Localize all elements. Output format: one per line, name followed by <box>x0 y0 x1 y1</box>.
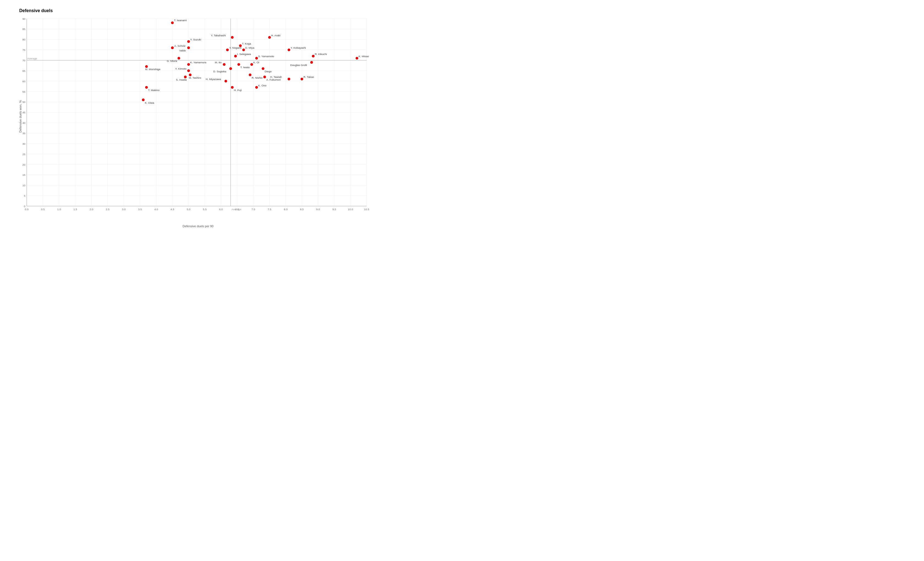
player-label: H. Miyazawa <box>206 78 221 81</box>
player-label: Y. Nogami <box>230 46 242 49</box>
svg-text:0.0: 0.0 <box>25 208 28 211</box>
data-point <box>255 57 258 60</box>
player-label: R. Nishio <box>252 76 262 79</box>
data-point <box>187 47 190 49</box>
data-point <box>142 98 145 101</box>
player-label: R. Kikuchi <box>315 53 327 56</box>
player-label: K. Yamamura <box>190 61 207 64</box>
data-point <box>187 63 190 66</box>
data-point <box>187 69 190 72</box>
player-label: T. Iwanami <box>174 19 187 22</box>
svg-text:1.5: 1.5 <box>74 208 77 211</box>
svg-text:Average: Average <box>231 208 242 211</box>
player-label: Diego <box>264 70 272 73</box>
data-point <box>310 61 313 64</box>
data-point <box>288 48 290 51</box>
data-point <box>262 68 264 70</box>
data-point <box>224 80 227 83</box>
data-point <box>356 57 358 60</box>
svg-text:Average: Average <box>27 57 37 60</box>
svg-text:10.5: 10.5 <box>364 208 369 211</box>
svg-text:10: 10 <box>22 184 25 187</box>
player-label: G. Miura <box>167 59 177 62</box>
data-point <box>171 47 174 49</box>
player-label: A. Scholz <box>174 44 186 47</box>
svg-text:25: 25 <box>22 153 25 156</box>
player-label: I. Sekigawa <box>237 53 251 56</box>
player-label: Douglas Grolli <box>290 63 307 66</box>
svg-text:9.5: 9.5 <box>333 208 336 211</box>
y-axis-label: Defensive duels won, % <box>19 100 22 132</box>
data-point <box>242 48 245 51</box>
player-label: H. Araki <box>271 34 280 37</box>
chart-container: Defensive duels Defensive duels won, % 0… <box>0 0 385 234</box>
svg-text:7.0: 7.0 <box>251 208 255 211</box>
player-label: Y. Kimoto <box>175 67 186 70</box>
scatter-plot: 0510152025303540455055606570758085900.00… <box>19 16 377 217</box>
player-label: R. Takao <box>304 75 314 78</box>
svg-text:20: 20 <box>22 163 25 166</box>
chart-area: Defensive duels won, % 05101520253035404… <box>19 16 377 217</box>
data-point <box>237 63 240 66</box>
data-point <box>312 55 315 57</box>
player-label: M. Ito <box>215 61 221 64</box>
player-label: Valdo <box>179 49 186 52</box>
svg-text:5.0: 5.0 <box>187 208 190 211</box>
data-point <box>231 86 234 89</box>
svg-text:50: 50 <box>22 101 25 104</box>
svg-text:8.0: 8.0 <box>284 208 288 211</box>
data-point <box>249 74 252 76</box>
data-point <box>184 76 187 78</box>
svg-text:2.5: 2.5 <box>106 208 110 211</box>
player-label: K. Oi <box>253 61 260 64</box>
svg-text:8.5: 8.5 <box>300 208 304 211</box>
data-point <box>178 57 180 60</box>
player-label: Y. Kobayashi <box>290 46 306 49</box>
svg-text:5: 5 <box>24 194 25 197</box>
svg-text:85: 85 <box>22 27 25 30</box>
player-label: T. Iwata <box>240 66 250 69</box>
svg-text:45: 45 <box>22 111 25 114</box>
data-point <box>145 86 148 89</box>
player-label: K. Ono <box>258 84 267 87</box>
data-point <box>250 63 253 66</box>
data-point <box>268 36 271 39</box>
svg-text:30: 30 <box>22 142 25 145</box>
player-label: K. Oiwa <box>145 101 154 104</box>
data-point <box>171 21 174 24</box>
data-point <box>223 63 225 66</box>
svg-text:65: 65 <box>22 69 25 72</box>
svg-text:6.0: 6.0 <box>219 208 223 211</box>
player-label: H. Tawiah <box>270 75 282 78</box>
svg-text:40: 40 <box>22 121 25 124</box>
player-label: M. Morishige <box>145 68 160 71</box>
player-label: S. Yamamoto <box>258 55 274 58</box>
data-point <box>301 78 303 80</box>
svg-text:75: 75 <box>22 48 25 51</box>
svg-text:5.5: 5.5 <box>203 208 207 211</box>
player-label: T. Makino <box>148 89 159 92</box>
svg-text:35: 35 <box>22 132 25 135</box>
player-label: D. Sugioka <box>213 70 226 73</box>
svg-text:55: 55 <box>22 90 25 93</box>
svg-text:1.0: 1.0 <box>57 208 61 211</box>
data-point <box>231 36 234 39</box>
data-point <box>187 40 190 43</box>
svg-text:7.5: 7.5 <box>268 208 272 211</box>
player-label: H. Fuji <box>234 89 242 92</box>
player-label: D. Miya <box>245 46 255 49</box>
data-point <box>255 86 258 89</box>
player-label: M. Tashiro <box>189 76 201 79</box>
svg-text:90: 90 <box>22 17 25 20</box>
svg-text:4.5: 4.5 <box>171 208 174 211</box>
data-point <box>288 78 290 80</box>
data-point <box>263 76 266 78</box>
svg-text:4.0: 4.0 <box>154 208 158 211</box>
data-point <box>189 74 192 76</box>
player-label: Y. Takahashi <box>211 34 226 37</box>
data-point <box>234 55 237 57</box>
data-point <box>145 65 148 68</box>
player-label: Y. Suzuki <box>190 38 201 41</box>
data-point <box>230 68 232 70</box>
svg-text:3.0: 3.0 <box>122 208 126 211</box>
